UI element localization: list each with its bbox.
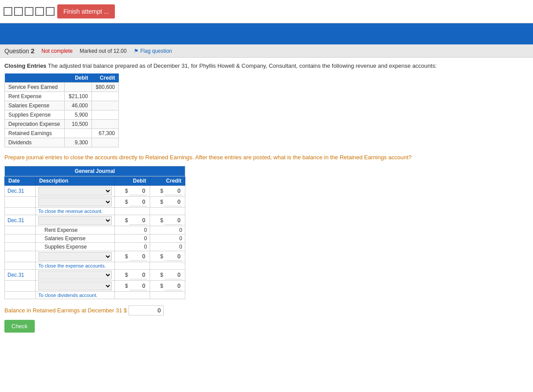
gj-row: To close the revenue account. — [5, 208, 185, 215]
gj-note: To close the revenue account. — [36, 208, 115, 215]
tb-debit: 9,300 — [65, 138, 92, 147]
gj-debit-cell[interactable]: $ — [115, 215, 150, 226]
gj-credit-input[interactable] — [165, 198, 182, 206]
balance-label: Balance in Retained Earnings at December… — [4, 307, 127, 314]
tb-account: Retained Earnings — [5, 129, 65, 138]
gj-date — [5, 226, 36, 234]
gj-row: Dec.31 $ $ — [5, 186, 185, 197]
gj-debit: 0 — [115, 243, 150, 251]
checkbox-5[interactable] — [46, 7, 55, 16]
prepare-text: Prepare journal entries to close the acc… — [4, 154, 529, 161]
gj-date — [5, 243, 36, 251]
gj-desc-cell[interactable] — [36, 281, 115, 292]
gj-header-desc: Description — [36, 176, 115, 186]
gj-header-date: Date — [5, 176, 36, 186]
gj-dollar: $ — [125, 188, 129, 194]
gj-note: To close the expense accounts. — [36, 262, 115, 270]
tb-row: Service Fees Earned $80,600 — [5, 83, 119, 92]
gj-dollar: $ — [125, 217, 129, 223]
checkbox-1[interactable] — [4, 7, 12, 16]
flag-icon: ⚑ — [134, 48, 139, 54]
gj-credit-input[interactable] — [165, 282, 182, 290]
gj-row: Dec.31 $ $ — [5, 215, 185, 226]
gj-dollar2: $ — [160, 199, 165, 205]
gj-credit-cell[interactable]: $ — [150, 215, 185, 226]
gj-header-debit: Debit — [115, 176, 150, 186]
gj-dollar: $ — [125, 272, 129, 278]
gj-credit-cell[interactable]: $ — [150, 270, 185, 281]
gj-desc-select[interactable] — [38, 187, 112, 195]
tb-debit: $21,100 — [65, 92, 92, 101]
gj-date-cell — [5, 281, 36, 292]
gj-dollar2: $ — [160, 283, 165, 289]
gj-credit-cell[interactable]: $ — [150, 186, 185, 197]
gj-credit-input[interactable] — [165, 271, 182, 279]
gj-row: To close dividends account. — [5, 292, 185, 299]
gj-credit-input[interactable] — [165, 187, 182, 195]
gj-desc-cell[interactable] — [36, 186, 115, 197]
tb-debit: 46,000 — [65, 101, 92, 110]
gj-date-cell — [5, 197, 36, 208]
question-status: Not complete — [41, 48, 73, 54]
gj-debit-input[interactable] — [129, 253, 147, 261]
gj-debit-cell[interactable]: $ — [115, 270, 150, 281]
tb-row: Dividends 9,300 — [5, 138, 119, 147]
check-button[interactable]: Check — [4, 320, 35, 333]
gj-desc-select[interactable] — [38, 282, 112, 290]
tb-credit — [92, 110, 118, 120]
checkbox-3[interactable] — [25, 7, 33, 16]
gj-desc: Rent Expense — [36, 226, 115, 234]
gj-desc: Salaries Expense — [36, 234, 115, 243]
tb-debit: 5,900 — [65, 110, 92, 120]
gj-row: Dec.31 $ $ — [5, 270, 185, 281]
gj-desc-cell[interactable] — [36, 270, 115, 281]
gj-row: $ $ — [5, 197, 185, 208]
checkbox-2[interactable] — [14, 7, 23, 16]
tb-header-credit: Credit — [92, 73, 118, 83]
gj-debit-input[interactable] — [129, 216, 147, 225]
gj-debit-input[interactable] — [129, 198, 147, 206]
gj-credit-input[interactable] — [165, 253, 182, 261]
gj-debit: 0 — [115, 234, 150, 243]
gj-desc-select[interactable] — [38, 198, 112, 206]
gj-desc-cell[interactable] — [36, 251, 115, 262]
gj-debit-cell[interactable]: $ — [115, 186, 150, 197]
gj-credit-cell[interactable]: $ — [150, 281, 185, 292]
finish-attempt-button[interactable]: Finish attempt ... — [57, 4, 115, 18]
gj-row: $ $ — [5, 281, 185, 292]
gj-credit-input[interactable] — [165, 216, 182, 225]
gj-debit-input[interactable] — [129, 271, 147, 279]
gj-row: Salaries Expense 0 0 — [5, 234, 185, 243]
gj-desc-cell[interactable] — [36, 215, 115, 226]
gj-date — [5, 262, 36, 270]
gj-credit-cell[interactable]: $ — [150, 197, 185, 208]
tb-header-account — [5, 73, 65, 83]
gj-desc-select[interactable] — [38, 216, 112, 225]
gj-debit-input[interactable] — [129, 282, 147, 290]
checkbox-4[interactable] — [35, 7, 44, 16]
question-text: Closing Entries The adjusted trial balan… — [4, 62, 529, 70]
question-header: Question 2 Not complete Marked out of 12… — [0, 44, 533, 58]
gj-note: To close dividends account. — [36, 292, 115, 299]
gj-desc-cell[interactable] — [36, 197, 115, 208]
flag-question[interactable]: ⚑ Flag question — [134, 48, 172, 54]
tb-row: Supplies Expense 5,900 — [5, 110, 119, 120]
gj-debit-input[interactable] — [129, 187, 147, 195]
closing-entries-desc: The adjusted trial balance prepared as o… — [46, 62, 437, 69]
gj-credit-cell[interactable]: $ — [150, 251, 185, 262]
tb-account: Depreciation Expense — [5, 120, 65, 129]
gj-desc-select[interactable] — [38, 271, 112, 279]
gj-debit-cell[interactable]: $ — [115, 281, 150, 292]
general-journal-wrapper: General Journal Date Description Debit C… — [4, 166, 529, 299]
gj-credit: 0 — [150, 243, 185, 251]
gj-debit-cell[interactable]: $ — [115, 251, 150, 262]
tb-credit — [92, 101, 118, 110]
gj-desc-select[interactable] — [38, 252, 112, 261]
question-label: Question 2 — [4, 47, 34, 55]
tb-credit: $80,600 — [92, 83, 118, 92]
gj-debit-cell[interactable]: $ — [115, 197, 150, 208]
gj-date-cell: Dec.31 — [5, 186, 36, 197]
balance-input[interactable] — [129, 305, 164, 315]
flag-label: Flag question — [140, 48, 172, 54]
tb-account: Service Fees Earned — [5, 83, 65, 92]
